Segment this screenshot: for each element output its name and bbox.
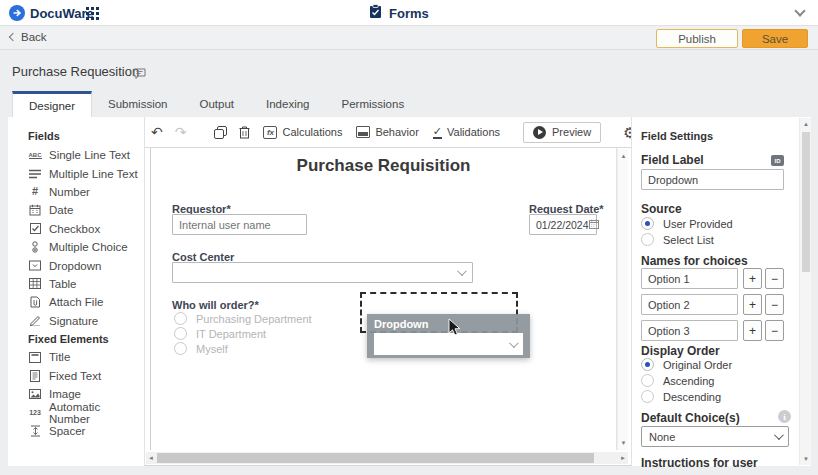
select-chevron-icon xyxy=(774,430,784,440)
radio-icon[interactable] xyxy=(641,390,654,403)
multiple-line-text-icon xyxy=(28,169,42,179)
choice-input-2[interactable] xyxy=(641,294,738,315)
field-item-title[interactable]: Title xyxy=(28,348,144,366)
validations-check-icon: ✓ xyxy=(433,126,442,139)
attach-file-icon xyxy=(28,296,42,308)
undo-icon[interactable]: ↶ xyxy=(145,124,169,140)
field-item-dropdown[interactable]: Dropdown xyxy=(28,256,144,274)
duplicate-icon[interactable] xyxy=(208,126,233,139)
field-item-automatic-number[interactable]: 123 Automatic Number xyxy=(28,403,144,421)
remove-choice-button[interactable]: − xyxy=(765,268,784,289)
field-item-checkbox[interactable]: Checkbox xyxy=(28,220,144,238)
comment-bubble-icon[interactable] xyxy=(133,66,146,84)
settings-vertical-scrollbar[interactable]: ▲ ▼ xyxy=(799,118,811,465)
display-order-heading: Display Order xyxy=(641,344,720,358)
field-item-attach-file[interactable]: Attach File xyxy=(28,293,144,311)
display-option-ascending[interactable]: Ascending xyxy=(641,374,714,387)
add-choice-button[interactable]: + xyxy=(743,320,762,341)
apps-grid-icon[interactable] xyxy=(86,7,99,20)
field-item-table[interactable]: Table xyxy=(28,275,144,293)
radio-icon[interactable] xyxy=(641,374,654,387)
cost-center-select[interactable] xyxy=(172,262,473,283)
mouse-cursor xyxy=(448,318,461,341)
calculations-button[interactable]: fx Calculations xyxy=(256,126,349,139)
tab-submission[interactable]: Submission xyxy=(92,91,183,117)
radio-icon[interactable] xyxy=(174,312,187,325)
field-label-heading: Field Label xyxy=(641,153,704,167)
behavior-button[interactable]: Behavior xyxy=(349,126,425,138)
scroll-up-icon[interactable]: ▲ xyxy=(618,151,629,161)
table-icon xyxy=(28,278,42,289)
radio-selected-icon[interactable] xyxy=(641,217,654,230)
back-chevron-icon xyxy=(9,33,17,41)
who-option-purchasing[interactable]: Purchasing Department xyxy=(174,312,312,325)
delete-icon[interactable] xyxy=(233,126,256,139)
remove-choice-button[interactable]: − xyxy=(765,294,784,315)
who-will-order-label[interactable]: Who will order?* xyxy=(172,299,259,311)
forms-clipboard-icon xyxy=(369,4,382,23)
app-title: Forms xyxy=(389,6,429,21)
who-option-myself[interactable]: Myself xyxy=(174,342,228,355)
default-choice-select[interactable]: None xyxy=(641,426,789,447)
brand-name[interactable]: DocuWare xyxy=(30,6,94,21)
automatic-number-icon: 123 xyxy=(28,409,42,416)
radio-icon[interactable] xyxy=(174,342,187,355)
fields-heading: Fields xyxy=(28,130,144,142)
field-item-signature[interactable]: Signature xyxy=(28,312,144,330)
choice-input-1[interactable] xyxy=(641,268,738,289)
save-button[interactable]: Save xyxy=(742,29,808,48)
tab-indexing[interactable]: Indexing xyxy=(250,91,325,117)
field-label-input[interactable] xyxy=(641,169,784,190)
request-date-input[interactable]: 01/22/2024 xyxy=(529,214,597,235)
back-button[interactable]: Back xyxy=(10,31,47,43)
publish-button[interactable]: Publish xyxy=(656,29,738,48)
remove-choice-button[interactable]: − xyxy=(765,320,784,341)
field-item-single-line-text[interactable]: ABC Single Line Text xyxy=(28,146,144,164)
tab-output[interactable]: Output xyxy=(183,91,250,117)
behavior-icon xyxy=(356,126,370,138)
scroll-down-icon[interactable]: ▼ xyxy=(800,454,812,464)
radio-icon[interactable] xyxy=(174,327,187,340)
dropdown-icon xyxy=(28,260,42,271)
requestor-input[interactable] xyxy=(172,214,307,235)
choices-heading: Names for choices xyxy=(641,254,748,268)
horizontal-scroll-thumb[interactable] xyxy=(157,453,594,463)
field-item-number[interactable]: # Number xyxy=(28,183,144,201)
number-icon: # xyxy=(28,186,42,197)
redo-icon[interactable]: ↷ xyxy=(169,124,193,140)
display-option-descending[interactable]: Descending xyxy=(641,390,721,403)
canvas-vertical-scrollbar[interactable]: ▲ ▼ xyxy=(617,149,628,450)
tab-designer[interactable]: Designer xyxy=(12,91,92,117)
docuware-logo-icon[interactable] xyxy=(9,5,25,21)
radio-icon[interactable] xyxy=(641,233,654,246)
who-option-it[interactable]: IT Department xyxy=(174,327,266,340)
info-icon[interactable]: i xyxy=(778,410,791,423)
tab-permissions[interactable]: Permissions xyxy=(326,91,421,117)
field-item-multiple-choice[interactable]: Multiple Choice xyxy=(28,238,144,256)
choice-input-3[interactable] xyxy=(641,320,738,341)
preview-button[interactable]: Preview xyxy=(523,122,601,143)
instructions-heading: Instructions for user xyxy=(641,456,758,470)
radio-selected-icon[interactable] xyxy=(641,358,654,371)
field-item-multiple-line-text[interactable]: Multiple Line Text xyxy=(28,164,144,182)
source-option-select-list[interactable]: Select List xyxy=(641,233,714,246)
field-item-date[interactable]: Date xyxy=(28,201,144,219)
scroll-right-icon[interactable]: ► xyxy=(618,455,628,461)
add-choice-button[interactable]: + xyxy=(743,268,762,289)
title-element-icon xyxy=(28,352,42,363)
form-title[interactable]: Purchase Requisition xyxy=(150,156,617,176)
play-icon xyxy=(533,126,546,139)
settings-scroll-thumb[interactable] xyxy=(802,132,810,272)
canvas-horizontal-scrollbar[interactable]: ◄ ► xyxy=(146,452,628,464)
validations-button[interactable]: ✓ Validations xyxy=(426,126,507,139)
source-option-user-provided[interactable]: User Provided xyxy=(641,217,733,230)
add-choice-button[interactable]: + xyxy=(743,294,762,315)
scroll-left-icon[interactable]: ◄ xyxy=(146,455,156,461)
scroll-up-icon[interactable]: ▲ xyxy=(800,119,812,129)
multiple-choice-icon xyxy=(28,241,42,253)
field-id-icon[interactable]: ID xyxy=(771,155,784,166)
scroll-down-icon[interactable]: ▼ xyxy=(618,438,629,448)
date-calendar-icon[interactable] xyxy=(589,219,599,231)
display-option-original[interactable]: Original Order xyxy=(641,358,732,371)
field-item-fixed-text[interactable]: Fixed Text xyxy=(28,367,144,385)
